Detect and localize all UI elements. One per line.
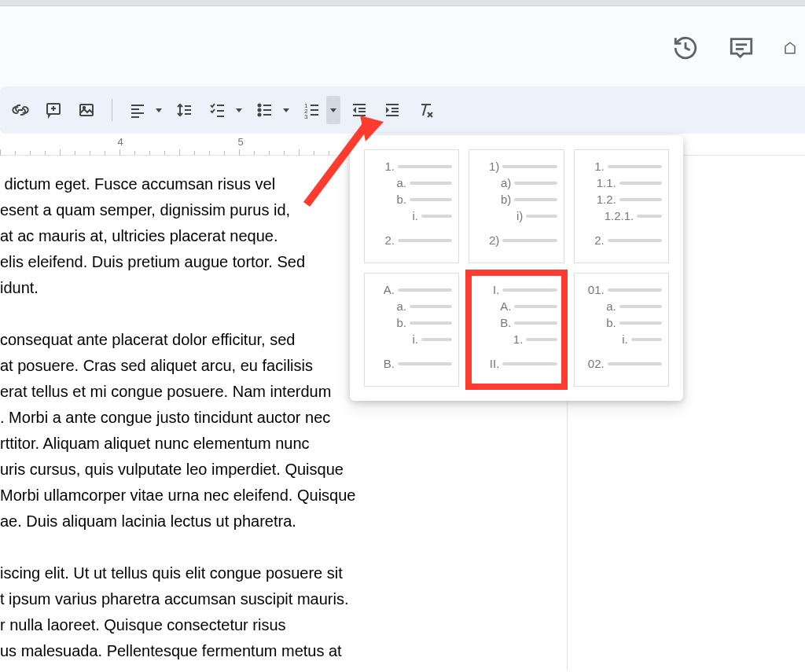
numbered-list-presets-panel: 1.a.b.i.2.1)a)b)i)2)1.1.1.1.2.1.2.1.2.A.… — [350, 135, 683, 401]
text-line[interactable] — [0, 534, 805, 560]
share-partial-button[interactable] — [783, 34, 797, 62]
checklist-caret[interactable] — [232, 96, 246, 124]
align-split-button[interactable] — [123, 96, 166, 124]
preset-line-placeholder — [398, 362, 452, 365]
align-icon — [128, 101, 147, 119]
text-line[interactable]: rttitor. Aliquam aliquet nunc elementum … — [0, 431, 805, 457]
preset-level-label: 1.2. — [593, 193, 616, 206]
preset-level-label: b) — [487, 193, 511, 206]
preset-line-placeholder — [421, 215, 452, 218]
svg-point-8 — [83, 107, 85, 108]
preset-line-placeholder — [398, 239, 452, 242]
preset-line-placeholder — [502, 239, 557, 242]
preset-level-label: b. — [383, 316, 406, 329]
text-line[interactable]: Morbi ullamcorper vitae urna nec eleifen… — [0, 483, 805, 509]
increase-indent-button[interactable] — [378, 96, 406, 124]
svg-marker-41 — [386, 107, 389, 113]
text-line[interactable]: . Morbi a ante congue justo tincidunt au… — [0, 405, 805, 431]
preset-line-placeholder — [526, 215, 557, 218]
preset-line-placeholder — [526, 338, 557, 341]
bulleted-list-icon — [255, 101, 274, 119]
preset-level-label: 1) — [476, 160, 499, 173]
caret-down-icon — [330, 108, 336, 112]
numbered-list-icon: 1 2 3 — [303, 101, 322, 119]
text-line[interactable]: us malesuada. Pellentesque fermentum met… — [0, 638, 805, 664]
list-preset-preset-1paren[interactable]: 1)a)b)i)2) — [469, 149, 564, 263]
preset-line-placeholder — [410, 198, 452, 201]
line-spacing-icon — [175, 101, 194, 119]
checklist-icon — [208, 101, 227, 119]
preset-level-label: 1. — [499, 332, 523, 346]
preset-line-placeholder — [619, 182, 662, 185]
chrome-top-strip — [0, 0, 805, 6]
text-line[interactable]: t ipsum varius pharetra accumsan suscipi… — [0, 586, 805, 612]
svg-point-21 — [259, 109, 261, 112]
preset-line-placeholder — [502, 362, 557, 365]
preset-level-label: I. — [476, 283, 499, 296]
increase-indent-icon — [383, 101, 402, 119]
numbered-list-dropdown-caret[interactable] — [326, 96, 340, 124]
preset-line-placeholder — [514, 198, 557, 201]
preset-line-placeholder — [619, 198, 662, 201]
align-caret[interactable] — [152, 96, 166, 124]
clear-formatting-button[interactable] — [411, 96, 439, 124]
text-line[interactable]: r nulla laoreet. Quisque consectetur ris… — [0, 612, 805, 638]
decrease-indent-icon — [350, 101, 369, 119]
line-spacing-button[interactable] — [171, 96, 199, 124]
preset-line-placeholder — [514, 321, 557, 325]
text-line[interactable]: ae. Duis aliquam lacinia lectus ut phare… — [0, 509, 805, 534]
preset-level-label: 2. — [581, 233, 605, 247]
preset-line-placeholder — [619, 305, 662, 308]
preset-level-label: b. — [593, 316, 616, 329]
comments-button[interactable] — [727, 34, 755, 62]
preset-line-placeholder — [514, 305, 557, 308]
checklist-split-button[interactable] — [204, 96, 246, 124]
text-line[interactable]: iscing elit. Ut ut tellus quis elit cong… — [0, 560, 805, 586]
preset-level-label: 1. — [581, 160, 605, 173]
image-icon — [77, 101, 96, 119]
preset-level-label: 1. — [371, 160, 395, 173]
list-preset-preset-01[interactable]: 01.a.b.i.02. — [574, 273, 669, 387]
svg-text:3: 3 — [304, 113, 308, 119]
caret-down-icon — [236, 108, 242, 112]
add-comment-button[interactable] — [39, 96, 68, 124]
preset-level-label: b. — [383, 193, 406, 206]
list-preset-preset-1-a-i[interactable]: 1.a.b.i.2. — [364, 149, 459, 263]
share-partial-icon — [783, 35, 797, 61]
preset-line-placeholder — [608, 239, 662, 242]
preset-line-placeholder — [608, 288, 662, 292]
decrease-indent-button[interactable] — [345, 96, 373, 124]
preset-line-placeholder — [637, 215, 662, 218]
bulleted-list-split-button[interactable] — [251, 96, 293, 124]
ruler-label: 5 — [237, 136, 243, 148]
list-preset-preset-legal[interactable]: 1.1.1.1.2.1.2.1.2. — [574, 149, 669, 263]
bulleted-caret[interactable] — [279, 96, 293, 124]
preset-line-placeholder — [410, 305, 452, 308]
numbered-list-split-button[interactable]: 1 2 3 — [298, 96, 340, 124]
toolbar-divider — [112, 99, 112, 121]
preset-level-label: 02. — [581, 357, 605, 370]
preset-level-label: A. — [487, 299, 511, 313]
preset-level-label: 01. — [581, 283, 605, 296]
preset-level-label: A. — [371, 283, 395, 296]
history-icon — [672, 35, 699, 61]
list-preset-preset-roman[interactable]: I.A.B.1.II. — [469, 273, 564, 387]
preset-level-label: a) — [487, 176, 511, 189]
title-bar — [0, 6, 805, 86]
preset-line-placeholder — [502, 165, 557, 168]
preset-line-placeholder — [608, 362, 662, 365]
list-preset-preset-A-a-i[interactable]: A.a.b.i.B. — [364, 273, 459, 387]
preset-line-placeholder — [410, 321, 452, 325]
svg-rect-7 — [80, 105, 93, 116]
ruler-label: 4 — [117, 136, 123, 148]
text-line[interactable]: uris cursus, quis vulputate leo imperdie… — [0, 457, 805, 483]
insert-image-button[interactable] — [72, 96, 101, 124]
preset-line-placeholder — [631, 338, 662, 341]
insert-link-button[interactable] — [6, 96, 35, 124]
history-button[interactable] — [671, 34, 700, 62]
formatting-toolbar: 1 2 3 — [0, 86, 805, 134]
preset-line-placeholder — [514, 182, 557, 185]
preset-line-placeholder — [502, 288, 557, 292]
preset-line-placeholder — [608, 165, 662, 168]
link-icon — [11, 101, 30, 119]
